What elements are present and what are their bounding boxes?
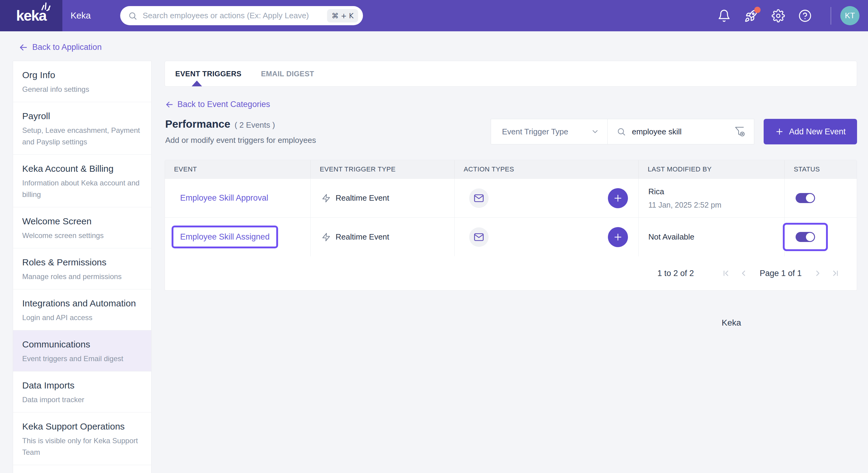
clear-filter-icon[interactable]: [734, 126, 746, 138]
column-header: ACTION TYPES: [455, 160, 639, 178]
sidebar-item-communications[interactable]: Communications Event triggers and Email …: [13, 331, 151, 371]
chevron-down-icon: [591, 127, 599, 136]
sidebar-item-kiosk-management[interactable]: Kiosk management Kiosk Devices allow you…: [13, 465, 151, 473]
sidebar-item-welcome-screen[interactable]: Welcome Screen Welcome screen settings: [13, 207, 151, 248]
table-row: Employee Skill Assigned Realtime Event N…: [165, 217, 857, 256]
app-name: Keka: [70, 0, 91, 31]
sidebar-item-subtitle: Manage roles and permissions: [22, 271, 143, 282]
help-icon[interactable]: [798, 9, 812, 23]
table-footer: 1 to 2 of 2 Page 1 of 1: [165, 256, 857, 290]
pagination-page-label: Page 1 of 1: [760, 269, 802, 278]
trigger-type-label: Realtime Event: [336, 193, 389, 203]
topbar: keka Keka ⌘ + K: [0, 0, 868, 31]
tabbar: EVENT TRIGGERSEMAIL DIGEST: [164, 61, 857, 87]
sidebar-item-roles-permissions[interactable]: Roles & Permissions Manage roles and per…: [13, 248, 151, 290]
toggle-knob: [806, 233, 814, 241]
add-action-button[interactable]: [608, 227, 628, 247]
first-page-icon[interactable]: [721, 269, 731, 278]
sidebar-item-title: Communications: [22, 340, 143, 349]
sidebar-item-title: Keka Support Operations: [22, 421, 143, 431]
pagination-range: 1 to 2 of 2: [657, 269, 694, 278]
logo-spark-icon: [39, 1, 51, 11]
gear-icon[interactable]: [772, 9, 785, 23]
active-tab-pointer: [192, 80, 202, 86]
sidebar-item-subtitle: Data import tracker: [22, 394, 143, 406]
events-table: EVENTEVENT TRIGGER TYPEACTION TYPESLAST …: [164, 160, 857, 291]
status-toggle-highlight-box: [796, 193, 815, 203]
back-to-event-categories-link[interactable]: Back to Event Categories: [165, 100, 270, 109]
search-icon: [617, 127, 626, 136]
sidebar-item-subtitle: Login and API access: [22, 312, 143, 324]
last-modified-by: Not Available: [648, 232, 694, 242]
add-new-event-label: Add New Event: [789, 127, 845, 136]
last-page-icon[interactable]: [831, 269, 840, 278]
event-link[interactable]: Employee Skill Approval: [180, 193, 268, 203]
rocket-icon[interactable]: [744, 9, 758, 23]
sidebar-item-subtitle: General info settings: [22, 83, 143, 95]
dropdown-selected-value: Event Trigger Type: [502, 127, 568, 136]
sidebar-item-title: Data Imports: [22, 381, 143, 390]
mail-icon: [473, 232, 484, 243]
next-page-icon[interactable]: [813, 269, 823, 278]
add-action-button[interactable]: [608, 188, 628, 208]
tab-event-triggers[interactable]: EVENT TRIGGERS: [175, 70, 242, 78]
event-search-input[interactable]: [632, 127, 734, 136]
event-trigger-type-dropdown[interactable]: Event Trigger Type: [491, 119, 607, 144]
plus-icon: [775, 127, 784, 136]
keyboard-shortcut-badge: ⌘ + K: [327, 9, 358, 23]
lightning-icon: [321, 233, 331, 242]
page-subtitle: Add or modify event triggers for employe…: [165, 136, 316, 145]
back-to-event-categories-label: Back to Event Categories: [177, 100, 270, 109]
event-link-highlight-box: Employee Skill Assigned: [172, 226, 278, 248]
column-header: EVENT TRIGGER TYPE: [311, 160, 455, 178]
trigger-type-label: Realtime Event: [336, 232, 389, 242]
event-link-highlight-box: Employee Skill Approval: [180, 193, 268, 203]
sidebar-item-subtitle: Setup, Leave encashment, Payment and Pay…: [22, 125, 143, 148]
email-action-chip[interactable]: [469, 189, 489, 208]
last-modified-date: 11 Jan, 2025 2:52 pm: [648, 201, 721, 209]
table-row: Employee Skill Approval Realtime Event R…: [165, 178, 857, 217]
status-toggle-highlight-box: [783, 223, 828, 251]
sidebar-item-data-imports[interactable]: Data Imports Data import tracker: [13, 371, 151, 412]
bell-icon[interactable]: [717, 9, 731, 23]
sidebar-item-title: Welcome Screen: [22, 216, 143, 226]
prev-page-icon[interactable]: [739, 269, 748, 278]
sidebar-item-keka-support-operations[interactable]: Keka Support Operations This is visible …: [13, 412, 151, 465]
table-header: EVENTEVENT TRIGGER TYPEACTION TYPESLAST …: [165, 160, 857, 178]
column-header: LAST MODIFIED BY: [639, 160, 785, 178]
arrow-left-icon: [165, 100, 174, 109]
sidebar-item-integrations-and-automation[interactable]: Integrations and Automation Login and AP…: [13, 290, 151, 331]
sidebar-item-subtitle: Event triggers and Email digest: [22, 353, 143, 365]
sidebar-item-keka-account-billing[interactable]: Keka Account & Billing Information about…: [13, 155, 151, 207]
global-search[interactable]: ⌘ + K: [120, 6, 363, 25]
global-search-input[interactable]: [143, 11, 327, 20]
footer-brand-label: Keka: [722, 318, 741, 328]
mail-icon: [473, 193, 484, 204]
notification-dot: [754, 7, 761, 13]
lightning-icon: [321, 194, 331, 203]
status-toggle[interactable]: [796, 232, 815, 242]
sidebar-item-subtitle: Welcome screen settings: [22, 230, 143, 241]
settings-nav: Org Info General info settings Payroll S…: [13, 61, 152, 473]
topbar-divider: [831, 7, 831, 25]
toggle-knob: [806, 194, 814, 202]
filter-box: Event Trigger Type: [491, 119, 754, 144]
column-header: EVENT: [165, 160, 311, 178]
sidebar-item-org-info[interactable]: Org Info General info settings: [13, 61, 151, 102]
sidebar-item-payroll[interactable]: Payroll Setup, Leave encashment, Payment…: [13, 102, 151, 155]
back-to-application-link[interactable]: Back to Application: [19, 42, 102, 52]
sidebar-item-title: Payroll: [22, 111, 143, 121]
status-toggle[interactable]: [796, 193, 815, 203]
plus-icon: [613, 193, 623, 203]
sidebar-item-subtitle: This is visible only for Keka Support Te…: [22, 435, 143, 458]
event-link[interactable]: Employee Skill Assigned: [180, 232, 270, 242]
sidebar-item-title: Org Info: [22, 70, 143, 80]
sidebar-item-subtitle: Information about Keka account and billi…: [22, 177, 143, 200]
email-action-chip[interactable]: [469, 227, 489, 247]
last-modified-by: Rica: [648, 187, 664, 196]
search-icon: [128, 11, 137, 20]
avatar[interactable]: KT: [840, 6, 860, 25]
add-new-event-button[interactable]: Add New Event: [764, 119, 857, 144]
sidebar-item-title: Integrations and Automation: [22, 299, 143, 308]
tab-email-digest[interactable]: EMAIL DIGEST: [261, 70, 314, 78]
